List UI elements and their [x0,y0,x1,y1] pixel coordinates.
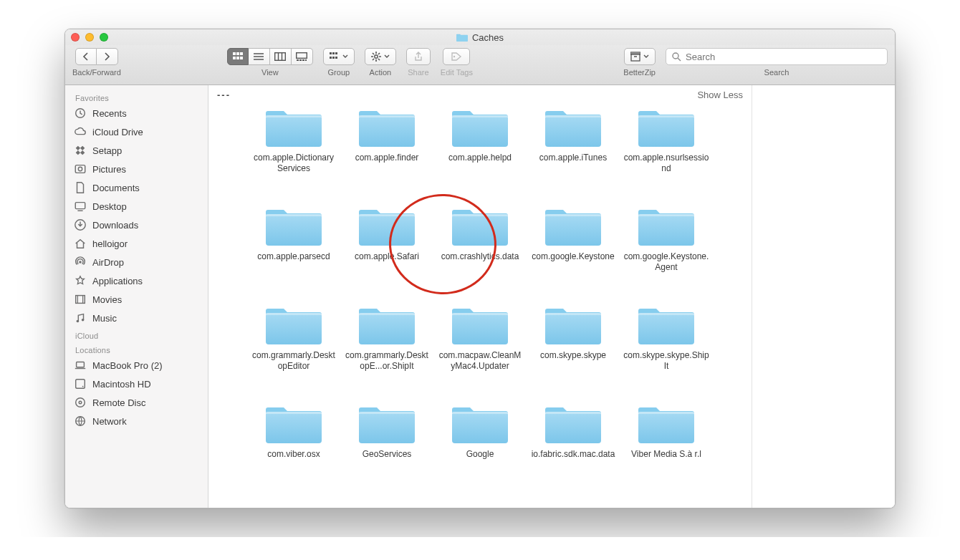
folder-item[interactable]: com.viber.osx [247,403,340,496]
sidebar-item-label: Macintosh HD [92,379,151,390]
svg-rect-21 [332,52,335,54]
folder-item[interactable]: io.fabric.sdk.mac.data [527,403,620,496]
close-window-button[interactable] [71,33,80,42]
sidebar-item-airdrop[interactable]: AirDrop [65,253,208,271]
view-list-button[interactable] [249,48,270,65]
folder-item[interactable]: com.google.Keystone [527,206,620,299]
search-icon [672,52,681,62]
folder-name: com.apple.DictionaryServices [251,153,337,174]
sidebar-item-documents[interactable]: Documents [65,178,208,197]
sidebar-item-recents[interactable]: Recents [65,104,208,122]
folder-icon [452,304,508,346]
sidebar-item-label: Movies [92,294,122,305]
folder-item[interactable]: com.skype.skype.ShipIt [620,304,713,397]
sidebar-item-label: Remote Disc [92,397,145,408]
svg-rect-7 [236,57,239,59]
back-button[interactable] [75,48,97,65]
folder-name: Viber Media S.à r.l [623,449,709,460]
folder-item[interactable]: Viber Media S.à r.l [620,403,713,496]
folder-item[interactable]: com.skype.skype [527,304,620,397]
sidebar-item-setapp[interactable]: Setapp [65,141,208,160]
folder-item[interactable]: com.grammarly.DesktopEditor [247,304,340,397]
svg-line-33 [378,53,380,54]
betterzip-button[interactable] [624,48,656,65]
backforward-label: Back/Forward [72,68,121,77]
svg-rect-43 [80,146,85,150]
svg-rect-59 [76,380,85,389]
folder-item[interactable]: com.google.Keystone.Agent [620,206,713,299]
finder-window: Caches Back/Forward [64,29,896,508]
sidebar-location-network[interactable]: Network [65,412,208,430]
sidebar-location-laptop[interactable]: MacBook Pro (2) [65,356,208,375]
folder-icon [452,403,508,445]
folder-icon [545,304,601,346]
view-columns-button[interactable] [270,48,292,65]
group-by-button[interactable] [323,48,355,65]
sidebar-item-icloud[interactable]: iCloud Drive [65,122,208,141]
folder-icon [638,304,694,346]
minimize-window-button[interactable] [85,33,94,42]
svg-rect-45 [80,150,85,155]
forward-button[interactable] [97,48,118,65]
svg-point-62 [79,401,82,404]
view-gallery-button[interactable] [292,48,313,65]
sidebar-item-applications[interactable]: Applications [65,271,208,290]
sidebar-item-music[interactable]: Music [65,309,208,327]
show-less-button[interactable]: Show Less [697,90,743,100]
folder-icon [359,107,415,148]
sidebar-location-remotedisc[interactable]: Remote Disc [65,393,208,412]
folder-name: com.apple.iTunes [530,153,616,163]
folder-item[interactable]: com.apple.parsecd [247,206,340,299]
folder-name: com.google.Keystone.Agent [623,251,709,273]
view-icon-button[interactable] [227,48,249,65]
folder-grid: com.apple.DictionaryServicescom.apple.fi… [208,104,752,508]
folder-item[interactable]: com.apple.Safari [340,206,433,299]
svg-line-34 [373,59,374,60]
svg-rect-4 [236,52,239,55]
sidebar-item-downloads[interactable]: Downloads [65,216,208,234]
edittags-label: Edit Tags [441,68,473,77]
share-button[interactable] [406,48,431,65]
svg-point-39 [673,53,678,59]
action-button[interactable] [365,48,396,65]
gear-icon [371,52,381,62]
sidebar-item-pictures[interactable]: Pictures [65,160,208,178]
folder-item[interactable]: Google [433,403,527,496]
sidebar-item-label: Documents [92,183,140,193]
search-label: Search [666,68,888,77]
search-input[interactable] [686,52,881,62]
folder-item[interactable]: com.apple.DictionaryServices [247,107,340,200]
zoom-window-button[interactable] [100,33,108,42]
svg-rect-20 [330,52,332,54]
folder-icon [638,107,694,148]
svg-point-51 [79,261,82,264]
sidebar-item-label: Applications [92,276,143,286]
folder-item[interactable]: com.crashlytics.data [433,206,527,299]
folder-item[interactable]: com.apple.finder [340,107,433,200]
edit-tags-button[interactable] [443,48,470,65]
sidebar-item-desktop[interactable]: Desktop [65,197,208,216]
folder-name: com.skype.skype.ShipIt [623,350,709,372]
search-field[interactable] [666,48,888,65]
group-label: Group [328,68,350,77]
folder-icon [456,33,468,42]
sidebar-item-home[interactable]: helloigor [65,234,208,253]
sidebar-item-label: Pictures [92,164,126,175]
folder-item[interactable]: GeoServices [340,403,433,496]
folder-item[interactable]: com.macpaw.CleanMyMac4.Updater [433,304,527,397]
folder-name: com.apple.Safari [344,251,430,262]
svg-rect-44 [76,150,80,155]
sidebar-location-hdd[interactable]: Macintosh HD [65,375,208,393]
folder-item[interactable]: com.apple.helpd [433,107,527,200]
folder-item[interactable]: com.apple.iTunes [527,107,620,200]
folder-item[interactable]: com.grammarly.DesktopE...or.ShipIt [340,304,433,397]
folder-icon [545,206,601,247]
folder-icon [266,403,322,445]
sidebar-item-label: Network [92,416,127,427]
svg-rect-5 [240,52,243,55]
svg-rect-46 [75,165,85,173]
sidebar-item-movies[interactable]: Movies [65,290,208,309]
folder-item[interactable]: com.apple.nsurlsessiond [620,107,713,200]
sidebar-item-label: Recents [92,108,127,119]
sidebar-item-label: MacBook Pro (2) [92,360,163,371]
